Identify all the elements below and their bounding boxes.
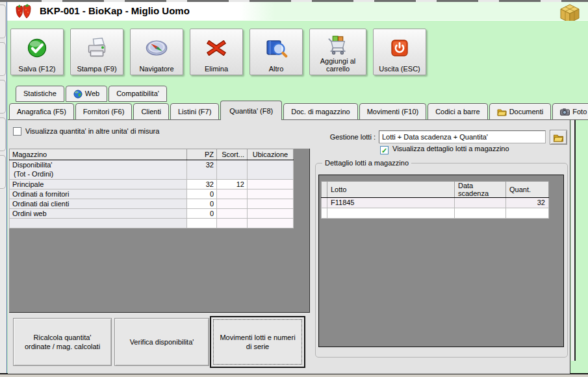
tab-clienti[interactable]: Clienti — [133, 103, 169, 120]
warehouse-row-ordini-web[interactable]: Ordini web 0 — [10, 209, 294, 219]
checkbox-other-units[interactable]: Visualizza quantita' in altre unita' di … — [13, 127, 159, 136]
col-quant[interactable]: Quant. — [506, 182, 549, 198]
shopping-cart-icon — [326, 29, 350, 57]
toolbar: Salva (F12) Stampa (F9) — [7, 21, 588, 83]
navigator-button-label: Navigatore — [139, 65, 173, 73]
dock-tab[interactable] — [0, 155, 6, 189]
lot-row[interactable]: F11845 32 — [322, 198, 549, 208]
printer-icon — [85, 29, 109, 65]
book-search-icon — [264, 29, 288, 65]
tab-foto[interactable]: Foto — [552, 103, 588, 120]
tab-listini[interactable]: Listini (F7) — [170, 103, 219, 120]
col-scorta[interactable]: Scort... — [217, 149, 248, 160]
lot-row-empty[interactable] — [322, 208, 549, 219]
tab-anagrafica[interactable]: Anagrafica (F5) — [9, 103, 74, 120]
tab-control-right-edge — [571, 119, 576, 361]
tab-movimenti[interactable]: Movimenti (F10) — [359, 103, 426, 120]
recalculate-quantities-button[interactable]: Ricalcola quantita' ordinate / mag. calc… — [13, 318, 112, 366]
other-button[interactable]: Altro — [249, 29, 303, 75]
warehouse-row-empty[interactable] — [10, 219, 294, 228]
lots-groupbox: Dettaglio lotti a magazzino Lotto Data s… — [315, 163, 568, 358]
warehouse-table[interactable]: Magazzino PZ Scort... Ubicazione Disponi… — [9, 149, 294, 228]
col-pz[interactable]: PZ — [187, 149, 217, 160]
window-title: BKP-001 - BioKap - Miglio Uomo — [40, 2, 190, 20]
gestione-lotti-field[interactable]: Lotti + Data scadenza + Quantita' — [379, 130, 546, 143]
add-to-cart-button[interactable]: Aggiungi al carrello — [309, 29, 366, 75]
tab-row-main: Anagrafica (F5) Fornitori (F6) Clienti L… — [9, 101, 588, 120]
delete-button[interactable]: Elimina — [190, 29, 243, 75]
dock-tab[interactable] — [0, 80, 6, 114]
save-check-icon — [26, 29, 48, 65]
checkbox-label: Visualizza dettaglio lotti a magazzino — [392, 145, 509, 152]
print-button[interactable]: Stampa (F9) — [70, 29, 123, 75]
folder-icon — [497, 108, 507, 116]
lot-movements-button[interactable]: Movimenti lotti e numeri di serie — [210, 316, 305, 368]
checkbox-box-checked[interactable] — [380, 146, 389, 154]
camera-icon — [560, 108, 570, 116]
tab-documenti[interactable]: Documenti — [489, 103, 552, 120]
col-magazzino[interactable]: Magazzino — [10, 149, 187, 160]
strawberries-icon — [12, 3, 36, 20]
tab-fornitori[interactable]: Fornitori (F6) — [75, 103, 133, 120]
warehouse-row-disponibilita[interactable]: Disponibilita' (Tot - Ordini) 32 — [10, 160, 294, 180]
delete-x-icon — [205, 29, 227, 65]
row-marker-column — [322, 182, 327, 198]
window-bottom-edge — [0, 374, 588, 377]
save-button[interactable]: Salva (F12) — [10, 29, 64, 75]
lots-groupbox-title: Dettaglio lotti a magazzino — [322, 158, 411, 167]
warehouse-panel: Magazzino PZ Scort... Ubicazione Disponi… — [9, 149, 310, 313]
navigator-button[interactable]: Navigatore — [130, 29, 183, 75]
folder-icon — [553, 133, 564, 142]
warehouse-row-ordinati-clienti[interactable]: Ordinati dai clienti 0 — [10, 199, 294, 209]
gestione-lotti-browse-button[interactable] — [550, 130, 567, 145]
tab-statistiche[interactable]: Statistiche — [16, 86, 64, 102]
quantita-tab-page: Visualizza quantita' in altre unita' di … — [8, 119, 570, 374]
tab-row-secondary: Statistiche Web Compatibilita' — [16, 84, 168, 102]
warehouse-row-ordinati-fornitori[interactable]: Ordinati a fornitori 0 — [10, 189, 294, 199]
tab-doc-magazzino[interactable]: Doc. di magazzino — [283, 103, 358, 120]
dock-tab[interactable] — [0, 117, 6, 151]
checkbox-box[interactable] — [13, 127, 21, 136]
dock-tab[interactable] — [0, 42, 6, 76]
exit-button[interactable]: Uscita (ESC) — [373, 29, 426, 75]
lots-table[interactable]: Lotto Data scadenza Quant. F11845 32 — [321, 181, 549, 219]
tab-web[interactable]: Web — [66, 86, 107, 102]
tab-codici-barre[interactable]: Codici a barre — [428, 103, 487, 120]
warehouse-row-principale[interactable]: Principale 32 12 — [10, 180, 294, 189]
power-icon — [389, 29, 410, 65]
exit-button-label: Uscita (ESC) — [379, 65, 420, 73]
save-button-label: Salva (F12) — [19, 65, 56, 73]
col-lotto[interactable]: Lotto — [327, 182, 455, 198]
compass-icon — [144, 29, 169, 65]
checkbox-show-lot-detail[interactable]: Visualizza dettaglio lotti a magazzino — [380, 145, 509, 154]
gestione-lotti-label: Gestione lotti : — [255, 133, 376, 141]
warehouse-header-row: Magazzino PZ Scort... Ubicazione — [10, 149, 294, 160]
delete-button-label: Elimina — [205, 65, 228, 73]
lots-header-row: Lotto Data scadenza Quant. — [322, 182, 549, 198]
verify-availability-button[interactable]: Verifica disponibilita' — [114, 318, 209, 366]
dock-tab[interactable] — [0, 5, 6, 38]
globe-icon — [73, 90, 83, 99]
add-to-cart-button-label: Aggiungi al carrello — [310, 57, 366, 73]
col-ubicazione[interactable]: Ubicazione — [248, 149, 294, 160]
lots-panel: Lotto Data scadenza Quant. F11845 32 — [318, 175, 564, 347]
collapsed-side-dock[interactable] — [0, 2, 7, 374]
titlebar: BKP-001 - BioKap - Miglio Uomo — [7, 2, 588, 21]
tab-quantita-selected[interactable]: Quantita' (F8) — [220, 101, 282, 120]
tab-compatibilita[interactable]: Compatibilita' — [109, 86, 167, 102]
print-button-label: Stampa (F9) — [77, 65, 116, 73]
other-button-label: Altro — [269, 65, 284, 73]
col-data-scadenza[interactable]: Data scadenza — [455, 182, 506, 198]
checkbox-label: Visualizza quantita' in altre unita' di … — [25, 127, 159, 135]
